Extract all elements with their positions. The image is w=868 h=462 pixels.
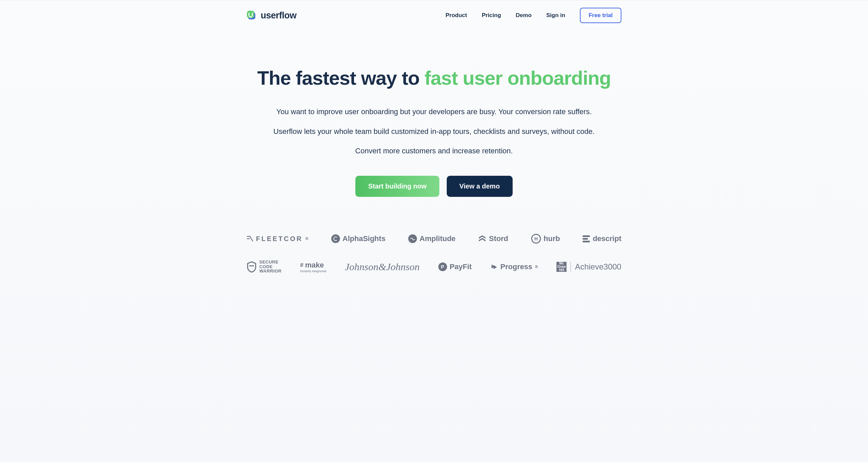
hero-subtext: You want to improve user onboarding but … [247,107,621,156]
client-make: /// make formerly Integromat [300,261,326,273]
nav-links: Product Pricing Demo Sign in Free trial [445,8,621,23]
client-stord: Stord [478,234,508,243]
amplitude-icon [408,234,417,243]
shield-icon [247,261,257,272]
nav-demo[interactable]: Demo [516,12,531,19]
hero-sub-3: Convert more customers and increase rete… [247,146,621,156]
logo-icon [247,10,257,21]
nav-product[interactable]: Product [445,12,467,19]
client-johnson-and-johnson: Johnson&Johnson [345,261,420,272]
hero-title: The fastest way to fast user onboarding [247,67,621,89]
client-amplitude: Amplitude [408,234,456,243]
logo-row-1: FLEETCOR® AlphaSights Amplitude Stord H … [247,234,621,244]
client-progress: Progress® [490,262,538,271]
logo-row-2: SECURE CODE WARRIOR /// make formerly In… [247,260,621,273]
hero-sub-2: Userflow lets your whole team build cust… [247,126,621,137]
client-secure-code-warrior: SECURE CODE WARRIOR [247,260,281,273]
hero-section: The fastest way to fast user onboarding … [233,30,635,197]
mcgrawhill-icon: Mc Graw Hill [556,262,566,272]
svg-text:H: H [534,236,538,241]
stord-icon [478,235,486,243]
start-building-button[interactable]: Start building now [355,176,439,197]
client-hurb: H hurb [531,234,560,244]
client-alphasights: AlphaSights [331,234,385,243]
client-descript: descript [583,234,621,243]
make-icon: /// [300,262,303,268]
hero-title-accent: fast user onboarding [425,67,611,89]
hurb-icon: H [531,234,541,244]
view-demo-button[interactable]: View a demo [447,176,513,197]
client-logos: FLEETCOR® AlphaSights Amplitude Stord H … [233,234,635,310]
client-mcgraw-achieve: Mc Graw Hill Achieve3000 [556,262,621,272]
main-nav: userflow Product Pricing Demo Sign in Fr… [247,8,621,23]
hero-sub-1: You want to improve user onboarding but … [247,107,621,117]
client-payfit: P PayFit [438,262,472,271]
free-trial-button[interactable]: Free trial [580,8,621,23]
hero-title-prefix: The fastest way to [257,67,425,89]
client-fleetcor: FLEETCOR® [247,235,309,243]
nav-signin[interactable]: Sign in [547,12,565,19]
progress-icon [490,263,498,270]
logo[interactable]: userflow [247,10,297,21]
payfit-icon: P [438,262,447,271]
alphasights-icon [331,234,340,243]
logo-text: userflow [261,10,297,21]
cta-row: Start building now View a demo [247,176,621,197]
nav-pricing[interactable]: Pricing [482,12,501,19]
descript-icon [583,235,590,242]
